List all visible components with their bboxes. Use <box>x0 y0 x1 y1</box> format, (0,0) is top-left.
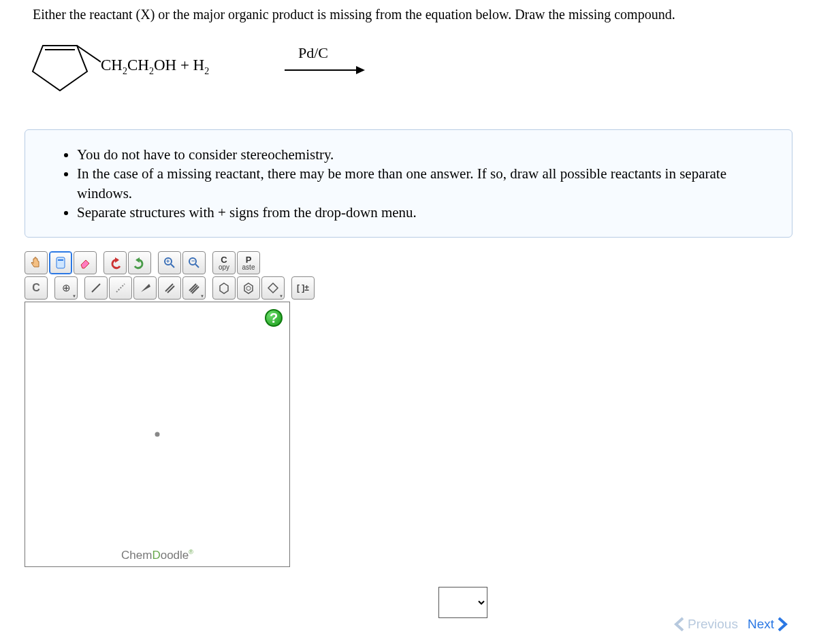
svg-marker-17 <box>141 284 150 292</box>
paste-button[interactable]: P aste <box>237 251 260 274</box>
svg-point-25 <box>246 287 251 291</box>
svg-marker-24 <box>244 283 253 293</box>
atom-carbon-button[interactable]: C <box>25 276 48 300</box>
lasso-tool[interactable] <box>49 251 72 274</box>
svg-line-19 <box>167 286 174 293</box>
catalyst-label: Pd/C <box>298 44 328 62</box>
svg-marker-23 <box>220 283 228 293</box>
svg-marker-7 <box>115 257 119 263</box>
reaction-arrow <box>285 63 366 77</box>
ring-benzene-button[interactable] <box>237 276 260 300</box>
hand-tool[interactable] <box>25 251 48 274</box>
hint-item: In the case of a missing reactant, there… <box>77 164 773 203</box>
next-button[interactable]: Next <box>748 617 788 632</box>
chemdoodle-logo: ChemDoodle® <box>25 549 289 562</box>
svg-marker-4 <box>356 66 365 74</box>
svg-line-16 <box>116 284 125 292</box>
svg-rect-5 <box>57 257 65 268</box>
single-bond-button[interactable] <box>84 276 108 300</box>
previous-button[interactable]: Previous <box>673 617 738 632</box>
hint-item: Separate structures with + signs from th… <box>77 203 773 222</box>
ring-cyclohexane-button[interactable] <box>212 276 236 300</box>
structure-separator-select[interactable] <box>438 587 487 618</box>
svg-line-10 <box>171 264 174 268</box>
chemdoodle-sketcher: + − C opy P aste C ⊕▼ ▼ <box>25 251 792 567</box>
copy-button[interactable]: C opy <box>212 251 236 274</box>
cyclopentene-structure <box>26 37 101 95</box>
zoom-out-button[interactable]: − <box>182 251 206 274</box>
hint-item: You do not have to consider stereochemis… <box>77 145 773 164</box>
erase-tool[interactable] <box>74 251 97 274</box>
triple-bond-button[interactable]: ▼ <box>182 276 206 300</box>
question-page: Either the reactant (X) or the major org… <box>0 0 817 644</box>
svg-line-15 <box>92 284 100 292</box>
zoom-in-button[interactable]: + <box>158 251 181 274</box>
svg-text:+: + <box>166 258 170 265</box>
equation-text: CH2CH2OH + H2 <box>101 57 209 77</box>
svg-marker-0 <box>33 46 87 91</box>
ring-other-button[interactable]: ▼ <box>261 276 285 300</box>
redo-button[interactable] <box>128 251 151 274</box>
reaction-equation: CH2CH2OH + H2 Pd/C <box>12 31 805 112</box>
svg-rect-6 <box>58 259 63 261</box>
recessed-bond-button[interactable] <box>109 276 132 300</box>
hints-panel: You do not have to consider stereochemis… <box>25 129 792 238</box>
add-atom-button[interactable]: ⊕▼ <box>54 276 78 300</box>
charge-button[interactable]: [ ]± <box>291 276 315 300</box>
svg-marker-8 <box>135 257 140 263</box>
drawing-canvas[interactable]: ? ChemDoodle® <box>25 302 290 567</box>
canvas-start-atom[interactable] <box>155 432 160 437</box>
toolbar-row-1: + − C opy P aste <box>25 251 792 274</box>
svg-line-13 <box>195 264 199 268</box>
question-prompt: Either the reactant (X) or the major org… <box>12 0 805 31</box>
navigation: Previous Next <box>673 617 788 632</box>
help-button[interactable]: ? <box>265 309 283 327</box>
toolbar-row-2: C ⊕▼ ▼ ▼ [ ]± <box>25 276 792 300</box>
undo-button[interactable] <box>103 251 127 274</box>
svg-text:−: − <box>191 257 195 264</box>
double-bond-button[interactable] <box>158 276 181 300</box>
wedge-bond-button[interactable] <box>133 276 157 300</box>
svg-marker-26 <box>268 283 278 293</box>
hints-list: You do not have to consider stereochemis… <box>62 145 773 222</box>
